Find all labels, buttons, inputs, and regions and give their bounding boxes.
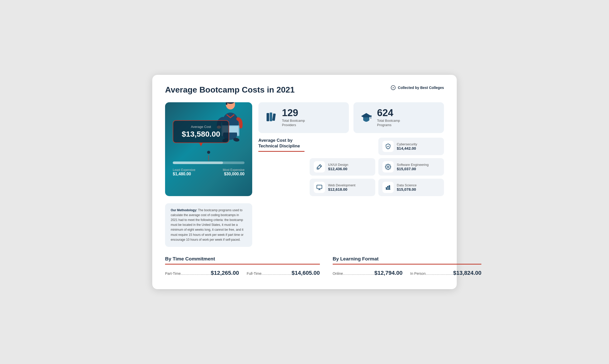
time-commitment-line — [165, 264, 320, 265]
avg-cost-label: Average Cost — [179, 125, 223, 129]
design-icon — [314, 161, 325, 173]
discipline-item-data: Data Science $15,078.00 — [378, 179, 444, 196]
ux-info: UX/UI Design $12,436.00 — [328, 163, 348, 171]
shield-icon — [382, 141, 394, 152]
monitor-icon — [314, 182, 325, 193]
svg-rect-10 — [267, 113, 269, 121]
top-section: Average Cost $13,580.00 Least Expensive … — [165, 102, 444, 196]
discipline-section: Average Cost byTechnical Discipline — [258, 138, 444, 196]
stat-info-programs: 624 Total BootcampPrograms — [377, 108, 400, 127]
slider-container — [173, 151, 245, 164]
slider-dashed-line — [208, 155, 209, 160]
svg-point-17 — [318, 168, 319, 169]
cybersecurity-info: Cybersecurity $14,442.00 — [397, 142, 417, 150]
avg-cost-value: $13,580.00 — [179, 130, 223, 138]
main-card: Average Bootcamp Costs in 2021 Collected… — [152, 75, 457, 289]
methodology-bold: Our Methodology: — [171, 208, 197, 212]
time-commitment-col: By Time Commitment Part-Time ...........… — [165, 256, 320, 276]
svg-rect-11 — [270, 113, 272, 121]
software-info: Software Engineering $15,037.00 — [397, 163, 429, 171]
graduation-icon — [360, 110, 373, 125]
learning-format-data: Online ......................... $12,794… — [333, 270, 481, 276]
least-expensive: Least Expensive $1,480.00 — [173, 168, 195, 176]
data-science-info: Data Science $15,078.00 — [397, 183, 417, 191]
cost-panel: Average Cost $13,580.00 Least Expensive … — [165, 102, 252, 196]
discipline-title: Average Cost byTechnical Discipline — [258, 138, 304, 149]
right-section: 129 Total BootcampProviders — [258, 102, 444, 196]
learning-format-line — [333, 264, 481, 265]
methodology-area: Our Methodology: The bootcamp programs u… — [165, 203, 444, 247]
learning-format-col: By Learning Format Online ..............… — [333, 256, 481, 276]
stats-row: 129 Total BootcampProviders — [258, 102, 444, 133]
svg-line-16 — [319, 165, 321, 167]
discipline-item-cybersecurity: Cybersecurity $14,442.00 — [378, 138, 444, 155]
stat-info-providers: 129 Total BootcampProviders — [282, 108, 305, 127]
cost-range: Least Expensive $1,480.00 Most Expensive… — [173, 168, 245, 176]
main-title: Average Bootcamp Costs in 2021 — [165, 85, 295, 95]
stat-card-programs: 624 Total BootcampPrograms — [353, 102, 444, 133]
slider-dot — [207, 151, 210, 154]
books-icon — [265, 110, 278, 125]
learning-format-title: By Learning Format — [333, 256, 481, 262]
part-time-item: Part-Time ........................ $12,2… — [165, 270, 239, 276]
svg-rect-15 — [371, 116, 371, 119]
svg-point-26 — [386, 187, 387, 188]
svg-rect-3 — [226, 102, 227, 105]
discipline-grid: Cybersecurity $14,442.00 — [310, 138, 444, 196]
chart-icon — [382, 182, 394, 193]
discipline-item-software: Software Engineering $15,037.00 — [378, 158, 444, 176]
time-commitment-data: Part-Time ........................ $12,2… — [165, 270, 320, 276]
svg-point-28 — [389, 185, 390, 186]
methodology-spacer — [258, 203, 444, 247]
web-info: Web Development $12,618.00 — [328, 183, 356, 191]
svg-point-27 — [388, 186, 388, 187]
slider-track — [173, 161, 245, 164]
verified-icon — [391, 85, 396, 90]
discipline-title-wrap: Average Cost byTechnical Discipline — [258, 138, 304, 152]
svg-point-18 — [387, 166, 389, 168]
most-expensive: Most Expensive $30,000.00 — [223, 168, 245, 176]
header: Average Bootcamp Costs in 2021 Collected… — [165, 85, 444, 95]
gear-icon — [382, 161, 394, 173]
collected-by: Collected by Best Colleges — [391, 85, 444, 90]
speech-bubble: Average Cost $13,580.00 — [173, 120, 229, 143]
discipline-item-ux: UX/UI Design $12,436.00 — [310, 158, 375, 176]
discipline-red-line — [258, 151, 304, 152]
stat-card-providers: 129 Total BootcampProviders — [258, 102, 349, 133]
collected-by-label: Collected by Best Colleges — [398, 86, 444, 90]
svg-rect-12 — [272, 113, 276, 121]
bottom-section: By Time Commitment Part-Time ...........… — [165, 256, 444, 276]
online-item: Online ......................... $12,794… — [333, 270, 403, 276]
full-time-item: Full-Time ........................ $14,6… — [247, 270, 320, 276]
discipline-item-web: Web Development $12,618.00 — [310, 179, 375, 196]
discipline-header: Average Cost byTechnical Discipline — [258, 138, 444, 196]
svg-rect-19 — [317, 185, 322, 189]
time-commitment-title: By Time Commitment — [165, 256, 320, 262]
methodology-box: Our Methodology: The bootcamp programs u… — [165, 203, 252, 247]
in-person-item: In Person ...................... $13,824… — [410, 270, 482, 276]
methodology-text: The bootcamp programs used to calculate … — [171, 208, 243, 241]
slider-fill — [173, 161, 223, 164]
